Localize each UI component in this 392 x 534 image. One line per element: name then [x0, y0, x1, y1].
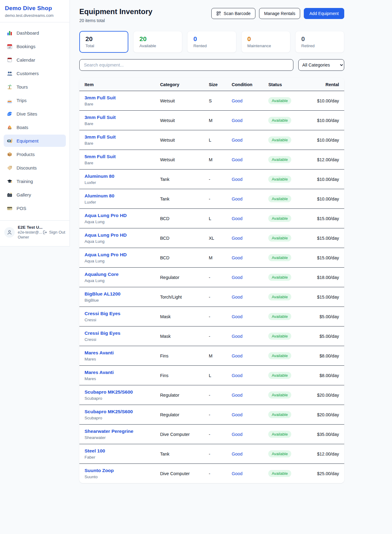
item-category: Fins: [160, 346, 209, 366]
sidebar-item[interactable]: Discounts: [4, 162, 66, 174]
condition-link[interactable]: Good: [232, 432, 242, 437]
status-badge: Available: [268, 156, 291, 163]
condition-link[interactable]: Good: [232, 216, 242, 221]
products-icon: [7, 151, 13, 157]
item-name-link[interactable]: 3mm Full Suit: [85, 95, 116, 101]
item-category: Regulator: [160, 268, 209, 287]
table-row: Mares Avanti Mares Fins M Good Available: [79, 346, 344, 366]
item-name-link[interactable]: 3mm Full Suit: [85, 115, 116, 120]
condition-link[interactable]: Good: [232, 177, 242, 182]
item-brand: Suunto: [85, 475, 158, 479]
sidebar-item[interactable]: Equipment: [4, 135, 66, 147]
condition-link[interactable]: Good: [232, 138, 242, 143]
stat-card[interactable]: 20 Available: [133, 31, 182, 53]
condition-link[interactable]: Good: [232, 157, 242, 162]
manage-rentals-button[interactable]: Manage Rentals: [259, 8, 300, 19]
condition-link[interactable]: Good: [232, 98, 242, 103]
condition-link[interactable]: Good: [232, 118, 242, 123]
scan-barcode-button[interactable]: Scan Barcode: [211, 8, 255, 19]
table-row: Aluminum 80 Luxfer Tank - Good Available: [79, 170, 344, 189]
condition-link[interactable]: Good: [232, 275, 242, 280]
stat-label: Total: [85, 44, 122, 48]
condition-link[interactable]: Good: [232, 196, 242, 201]
search-input[interactable]: [79, 59, 293, 71]
sidebar-item[interactable]: Customers: [4, 67, 66, 79]
condition-link[interactable]: Good: [232, 236, 242, 241]
sidebar-item[interactable]: Calendar: [4, 54, 66, 66]
condition-link[interactable]: Good: [232, 412, 242, 417]
calendar-icon: [7, 57, 13, 63]
item-name-link[interactable]: Scubapro MK25/S600: [85, 389, 133, 395]
sign-out-button[interactable]: Sign Out: [42, 230, 65, 235]
stat-value: 0: [247, 35, 284, 43]
table-row: Suunto Zoop Suunto Dive Computer - Good …: [79, 464, 344, 483]
rental-price: $25.00/day: [317, 471, 339, 476]
sidebar-item[interactable]: Dashboard: [4, 27, 66, 39]
sidebar-item[interactable]: Products: [4, 148, 66, 160]
item-name-link[interactable]: Cressi Big Eyes: [85, 311, 120, 316]
stat-card[interactable]: 20 Total: [79, 31, 128, 53]
item-category: Dive Computer: [160, 425, 209, 444]
item-name-link[interactable]: Cressi Big Eyes: [85, 330, 120, 336]
sidebar-item[interactable]: Training: [4, 175, 66, 187]
sidebar-item[interactable]: Boats: [4, 121, 66, 133]
brand: Demo Dive Shop demo.test.divestreams.com: [0, 0, 70, 22]
status-badge: Available: [268, 97, 291, 104]
condition-link[interactable]: Good: [232, 295, 242, 299]
sidebar-item[interactable]: Gallery: [4, 189, 66, 201]
item-name-link[interactable]: 5mm Full Suit: [85, 154, 116, 159]
sidebar-item-label: Customers: [17, 71, 39, 76]
page-header: Equipment Inventory 20 items total Scan …: [79, 7, 344, 23]
item-category: Fins: [160, 366, 209, 385]
item-brand: Aqua Lung: [85, 278, 158, 283]
item-name-link[interactable]: Aqualung Core: [85, 272, 119, 277]
condition-link[interactable]: Good: [232, 255, 242, 260]
stat-value: 20: [139, 35, 176, 43]
item-name-link[interactable]: Mares Avanti: [85, 370, 114, 375]
condition-link[interactable]: Good: [232, 353, 242, 358]
item-brand: Luxfer: [85, 200, 158, 204]
equipment-table-card: Item Category Size Condition Status Rent…: [79, 78, 344, 483]
condition-link[interactable]: Good: [232, 393, 242, 398]
stat-card[interactable]: 0 Rented: [187, 31, 236, 53]
sidebar-item[interactable]: Tours: [4, 81, 66, 93]
sidebar-item[interactable]: Bookings: [4, 40, 66, 52]
item-category: Wetsuit: [160, 150, 209, 170]
sidebar-item[interactable]: POS: [4, 202, 66, 214]
item-name-link[interactable]: 3mm Full Suit: [85, 134, 116, 140]
item-name-link[interactable]: BigBlue AL1200: [85, 291, 120, 297]
item-name-link[interactable]: Shearwater Peregrine: [85, 429, 133, 434]
condition-link[interactable]: Good: [232, 373, 242, 378]
stat-card[interactable]: 0 Maintenance: [241, 31, 290, 53]
rental-price: $10.00/day: [317, 98, 339, 103]
category-filter[interactable]: All Categories: [298, 59, 344, 71]
rental-price: $15.00/day: [317, 236, 339, 241]
condition-link[interactable]: Good: [232, 452, 242, 456]
condition-link[interactable]: Good: [232, 471, 242, 476]
item-name-link[interactable]: Suunto Zoop: [85, 468, 114, 473]
condition-link[interactable]: Good: [232, 334, 242, 339]
sidebar-item[interactable]: Trips: [4, 94, 66, 106]
item-name-link[interactable]: Aqua Lung Pro HD: [85, 213, 127, 218]
item-name-link[interactable]: Aluminum 80: [85, 193, 114, 199]
item-name-link[interactable]: Scubapro MK25/S600: [85, 409, 133, 414]
item-size: -: [209, 307, 232, 326]
item-brand: Bare: [85, 102, 158, 106]
item-size: -: [209, 405, 232, 425]
page-title: Equipment Inventory: [79, 7, 153, 16]
item-name-link[interactable]: Aqua Lung Pro HD: [85, 232, 127, 238]
stat-card[interactable]: 0 Retired: [295, 31, 344, 53]
sidebar-item-label: Dive Sites: [17, 111, 37, 116]
sidebar-item[interactable]: Dive Sites: [4, 108, 66, 120]
table-row: Aqua Lung Pro HD Aqua Lung BCD M Good Av…: [79, 248, 344, 268]
sidebar-item-label: Training: [17, 179, 33, 184]
condition-link[interactable]: Good: [232, 314, 242, 319]
item-category: BCD: [160, 209, 209, 228]
add-equipment-button[interactable]: Add Equipment: [304, 8, 344, 19]
item-name-link[interactable]: Mares Avanti: [85, 350, 114, 356]
items-total-count: 20 items total: [79, 18, 153, 23]
item-name-link[interactable]: Aluminum 80: [85, 174, 114, 179]
item-name-link[interactable]: Aqua Lung Pro HD: [85, 252, 127, 257]
rental-price: $10.00/day: [317, 138, 339, 143]
item-name-link[interactable]: Steel 100: [85, 448, 105, 454]
